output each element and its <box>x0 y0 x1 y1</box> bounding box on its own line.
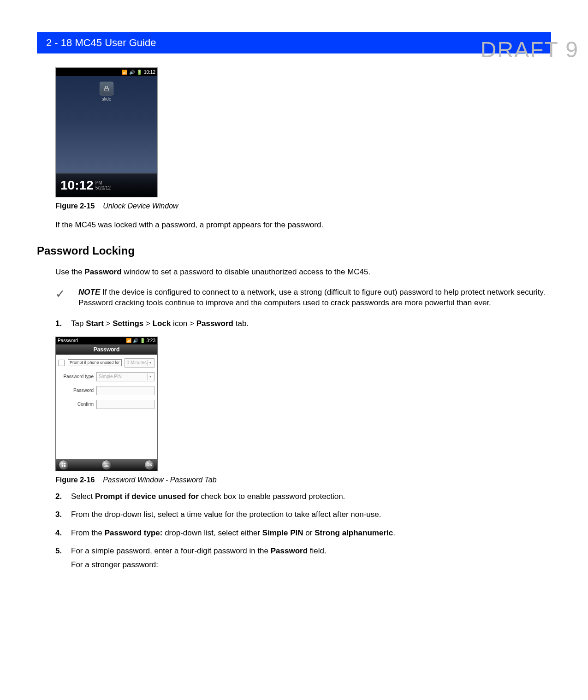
step-2: 2. Select Prompt if device unused for ch… <box>55 491 551 503</box>
figure-password-window: Password 📶 🔊 🔋 3:23 Password Prompt if p… <box>55 337 551 484</box>
step-4: 4. From the Password type: drop-down lis… <box>55 527 551 539</box>
battery-icon: 🔋 <box>137 70 142 75</box>
screenshot-password-tab: Password 📶 🔊 🔋 3:23 Password Prompt if p… <box>55 337 158 471</box>
chevron-down-icon: ▾ <box>147 360 153 366</box>
heading-password-locking: Password Locking <box>37 244 551 257</box>
pw-title-bar: Password <box>56 344 157 355</box>
note-block: ✓ NOTE If the device is configured to co… <box>55 287 551 309</box>
pw-bottom-bar: OK <box>56 459 157 471</box>
password-type-label: Password type <box>59 374 94 379</box>
status-time: 10:12 <box>144 70 155 75</box>
battery-icon: 🔋 <box>140 338 145 343</box>
step-1: 1. Tap Start > Settings > Lock icon > Pa… <box>55 318 551 330</box>
guide-title: MC45 User Guide <box>75 37 156 48</box>
figure-title: Password Window - Password Tab <box>103 476 216 484</box>
page: DRAFT 9 2 - 18 MC45 User Guide 📶 🔊 🔋 10:… <box>0 32 588 595</box>
prompt-label: Prompt if phone unused for <box>68 359 122 366</box>
confirm-field-label: Confirm <box>59 402 94 407</box>
start-button[interactable] <box>59 460 69 470</box>
svg-rect-1 <box>62 463 63 464</box>
step-5: 5. For a simple password, enter a four-d… <box>55 545 551 570</box>
pw-status-time: 3:23 <box>147 338 155 343</box>
draft-watermark: DRAFT 9 <box>481 37 579 62</box>
figure-caption-2-15: Figure 2-15 Unlock Device Window <box>55 202 551 210</box>
svg-rect-5 <box>104 463 109 466</box>
step-5-line2: For a stronger password: <box>71 559 551 571</box>
volume-icon: 🔊 <box>133 338 138 343</box>
page-number: 2 - 18 <box>46 37 72 48</box>
password-input[interactable] <box>96 386 154 395</box>
unused-duration-dropdown[interactable]: 0 Minutes ▾ <box>125 358 154 368</box>
lock-icon <box>100 82 113 95</box>
prompt-checkbox[interactable] <box>59 360 65 366</box>
volume-icon: 🔊 <box>129 70 135 75</box>
lock-clock-bar: 10:12 PM 5/20/12 <box>56 173 157 197</box>
figure-label: Figure 2-15 <box>55 202 95 210</box>
chevron-down-icon: ▾ <box>147 374 153 380</box>
para-unlock-prompt: If the MC45 was locked with a password, … <box>55 219 551 231</box>
svg-rect-4 <box>64 465 65 467</box>
signal-icon: 📶 <box>126 338 131 343</box>
note-label: NOTE <box>78 288 100 297</box>
password-type-dropdown[interactable]: Simple PIN ▾ <box>96 372 154 381</box>
lock-status-bar: 📶 🔊 🔋 10:12 <box>56 68 157 76</box>
step-3: 3. From the drop-down list, select a tim… <box>55 509 551 521</box>
signal-icon: 📶 <box>122 70 127 75</box>
ok-button[interactable]: OK <box>144 460 154 470</box>
page-header: 2 - 18 MC45 User Guide <box>37 32 551 53</box>
svg-rect-3 <box>62 465 63 467</box>
screenshot-lock-screen: 📶 🔊 🔋 10:12 slide 10:12 PM 5/20/12 <box>55 67 158 197</box>
checkmark-icon: ✓ <box>55 287 69 300</box>
para-password-intro: Use the Password window to set a passwor… <box>55 267 551 278</box>
svg-rect-2 <box>64 463 65 464</box>
clock-date: 5/20/12 <box>95 185 111 190</box>
figure-label: Figure 2-16 <box>55 476 95 484</box>
confirm-input[interactable] <box>96 400 154 409</box>
pw-app-name: Password <box>58 338 78 343</box>
clock-time: 10:12 <box>60 178 94 193</box>
keyboard-button[interactable] <box>101 460 112 470</box>
clock-ampm: PM <box>95 180 102 185</box>
figure-unlock-device: 📶 🔊 🔋 10:12 slide 10:12 PM 5/20/12 <box>55 67 551 210</box>
svg-rect-0 <box>105 88 108 91</box>
password-field-label: Password <box>59 388 94 393</box>
slide-to-unlock[interactable]: slide <box>100 82 113 101</box>
figure-title: Unlock Device Window <box>103 202 178 210</box>
note-text: If the device is configured to connect t… <box>78 288 545 308</box>
figure-caption-2-16: Figure 2-16 Password Window - Password T… <box>55 476 551 484</box>
pw-status-bar: Password 📶 🔊 🔋 3:23 <box>56 337 157 344</box>
slide-label: slide <box>102 96 112 101</box>
